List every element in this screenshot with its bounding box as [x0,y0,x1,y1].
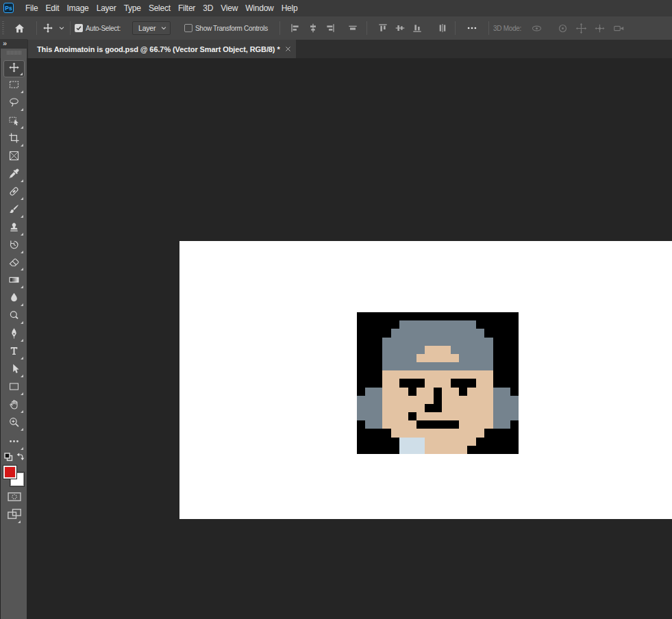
tool-crop[interactable] [3,131,25,148]
roll-3d-camera-icon [557,23,569,34]
more-align-options-button[interactable] [464,16,480,40]
3d-mode-label: 3D Mode: [493,16,521,40]
document-tab-title: This Anoimatoin is good.psd @ 66.7% (Vec… [37,45,280,53]
align-left-edges-button[interactable] [288,16,303,40]
close-icon[interactable] [285,45,291,53]
show-transform-checkbox[interactable] [184,16,192,40]
type-icon [8,345,20,359]
brush-icon [8,203,20,218]
menu-filter[interactable]: Filter [178,3,195,13]
distribute-top-edges-button[interactable] [375,16,390,40]
tool-frame[interactable] [3,149,25,166]
dolly-3d-camera-icon [613,23,625,34]
document-tab[interactable]: This Anoimatoin is good.psd @ 66.7% (Vec… [28,40,296,58]
history-brush-icon [8,239,20,253]
tool-dodge[interactable] [3,308,25,325]
align-right-edges-icon [325,23,336,34]
default-colors-icon [4,452,14,464]
spot-healing-brush-icon [8,186,20,200]
flyout-triangle [21,108,23,111]
tool-history-brush[interactable] [3,238,25,255]
menu-layer[interactable]: Layer [97,3,116,13]
tools-panel [1,49,27,619]
tool-clone-stamp[interactable] [3,220,25,237]
align-horizontal-centers-button[interactable] [306,16,321,40]
distribute-horizontal-centers-button[interactable] [435,16,450,40]
menu-window[interactable]: Window [245,3,273,13]
canvas-area[interactable] [0,58,672,619]
tools-panel-grip[interactable] [7,51,21,55]
object-selection-icon [8,114,20,129]
pixel-art-portrait[interactable] [357,312,519,454]
tool-eyedropper[interactable] [3,166,25,184]
tool-rectangular-marquee[interactable] [3,77,25,94]
tool-object-selection[interactable] [3,113,25,130]
document-surface[interactable] [179,241,672,519]
checkbox-unchecked-icon [184,24,192,32]
flyout-triangle [21,447,23,450]
menu-file[interactable]: File [25,3,38,13]
menu-edit[interactable]: Edit [46,3,60,13]
menu-type[interactable]: Type [124,3,141,13]
options-separator [36,21,37,35]
tool-pen[interactable] [3,326,25,343]
photoshop-app-icon[interactable]: Ps [3,3,14,13]
chevron-down-icon [160,25,167,31]
checkbox-checked-icon [75,24,83,32]
flyout-triangle [21,286,23,288]
screen-mode-button[interactable] [7,510,21,520]
swap-colors-button[interactable] [15,453,25,463]
options-separator [70,21,71,35]
tool-gradient[interactable] [3,273,25,290]
options-separator [455,21,456,35]
menu-3d[interactable]: 3D [203,3,213,13]
tool-rectangle[interactable] [3,379,25,396]
tool-type[interactable] [3,344,25,361]
tool-eraser[interactable] [3,255,25,272]
tool-spot-healing-brush[interactable] [3,184,25,201]
ellipsis-icon [8,435,20,450]
flyout-triangle [21,144,23,147]
distribute-bottom-edges-button[interactable] [410,16,425,40]
tool-blur[interactable] [3,290,25,307]
distribute-top-edges-icon [377,23,388,34]
flyout-triangle [21,268,23,270]
pen-icon [8,327,20,342]
flyout-triangle [21,392,23,395]
home-button[interactable] [12,16,27,40]
align-horizontal-centers-icon [308,23,319,34]
tool-lasso[interactable] [3,95,25,112]
tool-brush[interactable] [3,202,25,219]
dodge-icon [8,310,20,324]
tool-zoom[interactable] [3,415,25,432]
tool-path-selection[interactable] [3,362,25,379]
crop-icon [8,132,20,147]
auto-select-target-dropdown[interactable]: Layer [132,21,171,35]
default-colors-button[interactable] [3,453,14,463]
menu-view[interactable]: View [221,3,238,13]
tool-hand[interactable] [3,397,25,414]
tool-move[interactable] [3,60,25,77]
swap-colors-icon [16,452,25,464]
align-right-edges-button[interactable] [323,16,338,40]
menu-select[interactable]: Select [149,3,171,13]
frame-icon [8,150,20,164]
gradient-icon [8,274,20,288]
tool-preset-button[interactable] [40,16,55,40]
tools-panel-collapse-button[interactable]: » [0,39,27,49]
dropdown-value: Layer [138,24,160,32]
menu-help[interactable]: Help [282,3,298,13]
quick-mask-button[interactable] [7,493,21,502]
foreground-color-swatch[interactable] [3,466,16,479]
auto-select-checkbox[interactable] [75,16,83,40]
photoshop-window: Ps FileEditImageLayerTypeSelectFilter3DV… [0,0,672,619]
align-top-edges-button[interactable] [345,16,360,40]
tool-preset-chevron[interactable] [57,16,66,40]
menu-image[interactable]: Image [66,3,88,13]
menu-bar: Ps FileEditImageLayerTypeSelectFilter3DV… [0,0,672,16]
blur-icon [8,292,20,306]
edit-toolbar-button[interactable] [3,434,25,451]
document-tab-bar: This Anoimatoin is good.psd @ 66.7% (Vec… [0,40,672,58]
distribute-vertical-centers-button[interactable] [393,16,408,40]
roll-3d-camera-button [556,16,569,40]
